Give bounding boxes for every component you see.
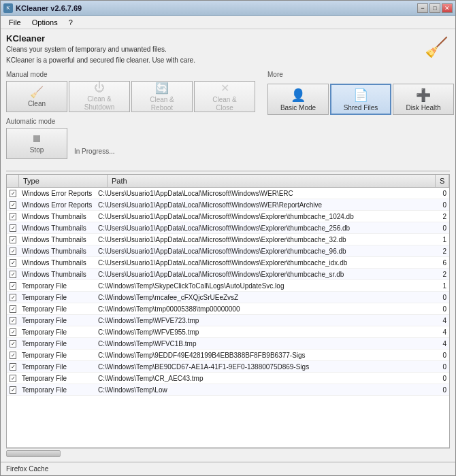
row-checkbox[interactable]: ✓ — [7, 235, 19, 244]
table-row[interactable]: ✓ Temporary File C:\Windows\Temp\Low 0 — [7, 384, 449, 396]
more-label: More — [267, 71, 454, 78]
table-body[interactable]: ✓ Windows Error Reports C:\Users\Usuario… — [7, 188, 449, 447]
row-size: 0 — [436, 386, 449, 394]
row-checkbox[interactable]: ✓ — [7, 386, 19, 394]
row-path: C:\Windows\Temp\mcafee_cFXQjcSrUEeZvsZ — [95, 293, 436, 302]
maximize-button[interactable]: □ — [429, 3, 440, 13]
row-type: Windows Thumbnails — [19, 235, 95, 244]
row-checkbox[interactable]: ✓ — [7, 282, 19, 290]
row-size: 0 — [436, 351, 449, 360]
table-row[interactable]: ✓ Temporary File C:\Windows\Temp\tmp0000… — [7, 303, 449, 315]
table-row[interactable]: ✓ Temporary File C:\Windows\Temp\WFVC1B.… — [7, 338, 449, 350]
row-checkbox[interactable]: ✓ — [7, 270, 19, 279]
row-checkbox[interactable]: ✓ — [7, 293, 19, 302]
horizontal-scrollbar[interactable] — [6, 449, 450, 458]
basic-mode-button[interactable]: 👤 Basic Mode — [267, 84, 329, 115]
clean-reboot-button[interactable]: 🔄 Clean &Reboot — [131, 81, 193, 112]
more-section: More 👤 Basic Mode 📄 Shred Files ➕ Disk H… — [267, 71, 454, 164]
table-row[interactable]: ✓ Windows Thumbnails C:\Users\Usuario1\A… — [7, 245, 449, 257]
clean-icon: 🧹 — [30, 86, 44, 99]
row-checkbox[interactable]: ✓ — [7, 328, 19, 337]
status-bar: Firefox Cache — [1, 462, 455, 475]
row-size: 4 — [436, 339, 449, 348]
close-icon: ✕ — [221, 82, 229, 95]
row-size: 0 — [436, 224, 449, 233]
stop-button[interactable]: ⏹ Stop — [6, 128, 67, 159]
title-bar: K KCleaner v2.6.7.69 − □ ✕ — [1, 1, 455, 16]
table-row[interactable]: ✓ Temporary File C:\Windows\Temp\WFVE723… — [7, 315, 449, 326]
row-checkbox[interactable]: ✓ — [7, 351, 19, 360]
table-row[interactable]: ✓ Temporary File C:\Windows\Temp\9EDDF49… — [7, 350, 449, 361]
minimize-button[interactable]: − — [417, 3, 428, 13]
row-path: C:\Users\Usuario1\AppData\Local\Microsof… — [95, 258, 436, 267]
row-checkbox[interactable]: ✓ — [7, 316, 19, 325]
table-header: Type Path S — [7, 175, 449, 188]
menu-file[interactable]: File — [3, 17, 27, 28]
clean-button[interactable]: 🧹 Clean — [6, 81, 67, 112]
row-checkbox[interactable]: ✓ — [7, 224, 19, 233]
row-path: C:\Users\Usuario1\AppData\Local\Microsof… — [95, 247, 436, 256]
table-row[interactable]: ✓ Temporary File C:\Windows\Temp\SkypeCl… — [7, 280, 449, 292]
disk-health-icon: ➕ — [416, 88, 431, 103]
clean-shutdown-button[interactable]: ⏻ Clean &Shutdown — [69, 81, 130, 112]
row-checkbox[interactable]: ✓ — [7, 189, 19, 198]
table-row[interactable]: ✓ Temporary File C:\Windows\Temp\mcafee_… — [7, 292, 449, 303]
menu-help[interactable]: ? — [63, 17, 78, 28]
stop-label: Stop — [30, 146, 44, 154]
row-size: 0 — [436, 201, 449, 209]
row-path: C:\Users\Usuario1\AppData\Local\Microsof… — [95, 224, 436, 233]
row-checkbox[interactable]: ✓ — [7, 305, 19, 313]
app-title: KCleaner — [6, 33, 195, 44]
table-row[interactable]: ✓ Windows Thumbnails C:\Users\Usuario1\A… — [7, 222, 449, 234]
main-window: K KCleaner v2.6.7.69 − □ ✕ File Options … — [0, 0, 456, 476]
table-row[interactable]: ✓ Windows Error Reports C:\Users\Usuario… — [7, 188, 449, 199]
row-type: Windows Thumbnails — [19, 212, 95, 221]
row-checkbox[interactable]: ✓ — [7, 362, 19, 371]
row-path: C:\Windows\Temp\BE90CD67-AE1A-41F1-9EF0-… — [95, 362, 436, 371]
row-checkbox[interactable]: ✓ — [7, 212, 19, 221]
table-row[interactable]: ✓ Windows Thumbnails C:\Users\Usuario1\A… — [7, 211, 449, 222]
row-size: 4 — [436, 328, 449, 337]
table-row[interactable]: ✓ Temporary File C:\Windows\Temp\BE90CD6… — [7, 361, 449, 373]
row-path: C:\Windows\Temp\9EDDF49E428199B4EBB388BF… — [95, 351, 436, 360]
row-checkbox[interactable]: ✓ — [7, 247, 19, 256]
row-path: C:\Windows\Temp\WFVC1B.tmp — [95, 339, 436, 348]
row-type: Temporary File — [19, 282, 95, 290]
row-checkbox[interactable]: ✓ — [7, 374, 19, 383]
row-checkbox[interactable]: ✓ — [7, 201, 19, 209]
menu-options[interactable]: Options — [27, 17, 63, 28]
close-button[interactable]: ✕ — [442, 3, 453, 13]
row-path: C:\Windows\Temp\WFVE723.tmp — [95, 316, 436, 325]
table-row[interactable]: ✓ Windows Thumbnails C:\Users\Usuario1\A… — [7, 257, 449, 269]
table-row[interactable]: ✓ Windows Error Reports C:\Users\Usuario… — [7, 199, 449, 211]
row-type: Temporary File — [19, 293, 95, 302]
shred-files-icon: 📄 — [353, 88, 368, 103]
row-checkbox[interactable]: ✓ — [7, 258, 19, 267]
col-size: S — [436, 175, 449, 187]
disk-health-button[interactable]: ➕ Disk Health — [393, 84, 454, 115]
table-row[interactable]: ✓ Windows Thumbnails C:\Users\Usuario1\A… — [7, 269, 449, 280]
table-row[interactable]: ✓ Windows Thumbnails C:\Users\Usuario1\A… — [7, 234, 449, 245]
row-size: 0 — [436, 374, 449, 383]
clean-close-button[interactable]: ✕ Clean &Close — [194, 81, 255, 112]
row-size: 1 — [436, 282, 449, 290]
table-row[interactable]: ✓ Temporary File C:\Windows\Temp\CR_AEC4… — [7, 373, 449, 384]
header-section: KCleaner Cleans your system of temporary… — [6, 33, 450, 65]
row-type: Windows Error Reports — [19, 189, 95, 198]
row-type: Temporary File — [19, 316, 95, 325]
broom-icon: 🧹 — [423, 33, 450, 61]
clean-label: Clean — [28, 100, 46, 108]
col-type: Type — [19, 175, 108, 187]
row-path: C:\Users\Usuario1\AppData\Local\Microsof… — [95, 212, 436, 221]
table-row[interactable]: ✓ Temporary File C:\Windows\Temp\WFVE955… — [7, 326, 449, 338]
manual-mode-label: Manual mode — [6, 71, 255, 78]
row-type: Windows Thumbnails — [19, 258, 95, 267]
clean-close-label: Clean &Close — [212, 96, 237, 112]
basic-mode-icon: 👤 — [291, 88, 306, 103]
row-checkbox[interactable]: ✓ — [7, 339, 19, 348]
row-path: C:\Users\Usuario1\AppData\Local\Microsof… — [95, 270, 436, 279]
scrollbar-thumb[interactable] — [6, 450, 61, 457]
row-type: Windows Thumbnails — [19, 247, 95, 256]
row-type: Temporary File — [19, 351, 95, 360]
shred-files-button[interactable]: 📄 Shred Files — [330, 84, 391, 115]
